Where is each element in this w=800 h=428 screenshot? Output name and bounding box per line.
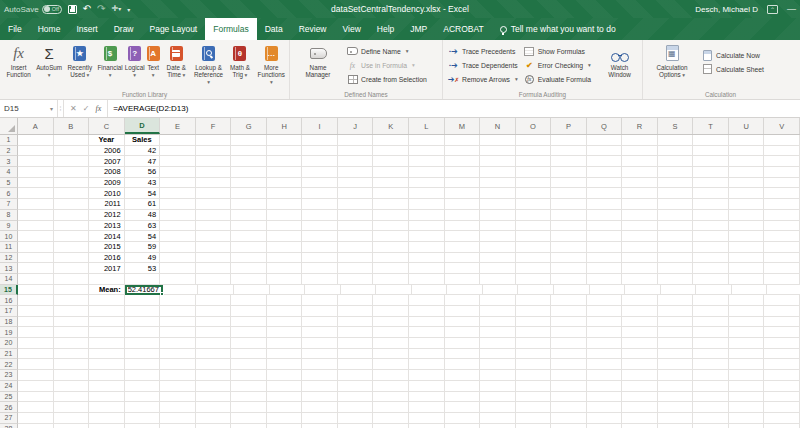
row-header-21[interactable]: 21 [0, 349, 18, 360]
row-header-16[interactable]: 16 [0, 295, 18, 306]
cell-E25[interactable] [160, 392, 196, 403]
cell-H11[interactable] [267, 242, 303, 253]
cell-J4[interactable] [338, 167, 374, 178]
cell-P27[interactable] [551, 413, 587, 424]
cell-V17[interactable] [764, 306, 800, 317]
cell-D21[interactable] [125, 349, 161, 360]
cell-F22[interactable] [196, 359, 232, 370]
column-header-A[interactable]: A [18, 118, 54, 134]
cell-H20[interactable] [267, 338, 303, 349]
cell-D22[interactable] [125, 359, 161, 370]
cell-J3[interactable] [338, 156, 374, 167]
cell-O19[interactable] [516, 327, 552, 338]
cell-O3[interactable] [516, 156, 552, 167]
cell-I5[interactable] [302, 178, 338, 189]
calculate-now-button[interactable]: Calculate Now [699, 48, 767, 62]
cell-A16[interactable] [18, 295, 54, 306]
cell-E16[interactable] [160, 295, 196, 306]
cell-U17[interactable] [729, 306, 765, 317]
cell-P26[interactable] [551, 402, 587, 413]
cell-P6[interactable] [551, 188, 587, 199]
select-all-corner[interactable] [0, 118, 18, 134]
cell-J25[interactable] [338, 392, 374, 403]
cell-A22[interactable] [18, 359, 54, 370]
trace-precedents-button[interactable]: ➔ Trace Precedents [445, 44, 521, 58]
cell-V19[interactable] [764, 327, 800, 338]
cell-B24[interactable] [54, 381, 90, 392]
cell-C2[interactable]: 2006 [89, 146, 125, 157]
cell-E5[interactable] [160, 178, 196, 189]
cell-L22[interactable] [409, 359, 445, 370]
cell-V21[interactable] [764, 349, 800, 360]
cell-R16[interactable] [622, 295, 658, 306]
cell-N1[interactable] [480, 135, 516, 146]
cell-C20[interactable] [89, 338, 125, 349]
cell-U1[interactable] [729, 135, 765, 146]
cell-G12[interactable] [231, 253, 267, 264]
cell-E14[interactable] [160, 274, 196, 285]
cell-N11[interactable] [480, 242, 516, 253]
cell-N16[interactable] [480, 295, 516, 306]
cell-P24[interactable] [551, 381, 587, 392]
cell-B9[interactable] [54, 221, 90, 232]
cell-C5[interactable]: 2009 [89, 178, 125, 189]
error-checking-button[interactable]: ✔ Error Checking ▾ [521, 58, 594, 72]
cell-K15[interactable] [376, 285, 412, 296]
cell-A24[interactable] [18, 381, 54, 392]
cell-P17[interactable] [551, 306, 587, 317]
cell-Q21[interactable] [587, 349, 623, 360]
cell-E19[interactable] [160, 327, 196, 338]
ribbon-tab-help[interactable]: Help [369, 18, 402, 40]
cell-F23[interactable] [196, 370, 232, 381]
cell-K25[interactable] [373, 392, 409, 403]
cell-S25[interactable] [658, 392, 694, 403]
cell-L1[interactable] [409, 135, 445, 146]
cell-P7[interactable] [551, 199, 587, 210]
cell-J18[interactable] [338, 317, 374, 328]
cell-P8[interactable] [551, 210, 587, 221]
row-header-11[interactable]: 11 [0, 242, 18, 253]
cell-P10[interactable] [551, 231, 587, 242]
cell-R18[interactable] [622, 317, 658, 328]
row-header-15[interactable]: 15 [0, 285, 18, 296]
cell-I13[interactable] [302, 263, 338, 274]
cell-H13[interactable] [267, 263, 303, 274]
column-header-I[interactable]: I [302, 118, 338, 134]
cell-F11[interactable] [196, 242, 232, 253]
column-header-T[interactable]: T [693, 118, 729, 134]
cell-G27[interactable] [231, 413, 267, 424]
cell-V16[interactable] [764, 295, 800, 306]
cell-L2[interactable] [409, 146, 445, 157]
use-in-formula-button[interactable]: fx Use in Formula ▾ [344, 58, 430, 72]
cell-B28[interactable] [54, 424, 90, 428]
cell-D15[interactable]: 52.41667 [125, 285, 163, 296]
cell-B16[interactable] [54, 295, 90, 306]
trace-dependents-button[interactable]: ➔ Trace Dependents [445, 58, 521, 72]
cell-A20[interactable] [18, 338, 54, 349]
cell-D14[interactable] [125, 274, 161, 285]
cell-L16[interactable] [409, 295, 445, 306]
cell-A3[interactable] [18, 156, 54, 167]
cell-V12[interactable] [764, 253, 800, 264]
financial-button[interactable]: $ Financial [97, 42, 124, 89]
cell-C13[interactable]: 2017 [89, 263, 125, 274]
cell-T22[interactable] [693, 359, 729, 370]
cell-O25[interactable] [516, 392, 552, 403]
cell-R14[interactable] [622, 274, 658, 285]
column-header-V[interactable]: V [764, 118, 800, 134]
cell-M3[interactable] [445, 156, 481, 167]
autosave-toggle[interactable]: AutoSave Off [4, 5, 62, 14]
cell-V6[interactable] [764, 188, 800, 199]
cell-H9[interactable] [267, 221, 303, 232]
column-header-B[interactable]: B [54, 118, 90, 134]
cell-L13[interactable] [409, 263, 445, 274]
cell-R11[interactable] [622, 242, 658, 253]
cell-G22[interactable] [231, 359, 267, 370]
cell-K2[interactable] [373, 146, 409, 157]
cell-F16[interactable] [196, 295, 232, 306]
cell-V24[interactable] [764, 381, 800, 392]
cell-F19[interactable] [196, 327, 232, 338]
cell-O14[interactable] [516, 274, 552, 285]
cell-B6[interactable] [54, 188, 90, 199]
cell-P5[interactable] [551, 178, 587, 189]
